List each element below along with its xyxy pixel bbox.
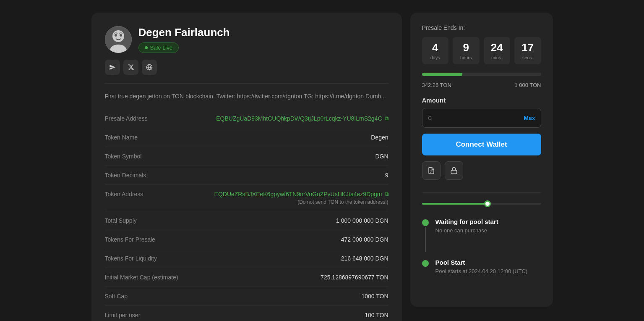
avatar-image — [105, 26, 132, 53]
tokens-liquidity-value: 216 648 000 DGN — [341, 255, 388, 262]
presale-ends-label: Presale Ends In: — [422, 24, 541, 31]
token-name-label: Token Name — [105, 134, 138, 141]
presale-address-value: EQBUZgUaD93MhtCUQhkpDWQ3tjJLp0rLcqkz-YU8… — [216, 115, 388, 122]
header-divider — [105, 83, 388, 84]
connect-wallet-button[interactable]: Connect Wallet — [422, 134, 541, 155]
timeline-progress-fill — [422, 203, 488, 205]
token-name-value: Degen — [371, 134, 388, 141]
countdown-secs: 17 secs. — [514, 37, 541, 64]
limit-per-user-row: Limit per user 100 TON — [105, 306, 388, 321]
soft-cap-row: Soft Cap 1000 TON — [105, 287, 388, 306]
timeline-item-1: Waiting for pool start No one can purcha… — [422, 215, 541, 255]
initial-market-cap-value: 725.1286897690677 TON — [321, 274, 388, 281]
progress-filled: 342.26 TON — [422, 82, 451, 88]
website-btn[interactable] — [142, 60, 157, 75]
countdown-mins-num: 24 — [490, 41, 505, 54]
timeline-item-2: Pool Start Pool starts at 2024.04.20 12:… — [422, 255, 541, 287]
timeline-line-1 — [425, 227, 426, 252]
copy-token-address-icon[interactable]: ⧉ — [385, 191, 388, 197]
timeline-dot-2 — [422, 260, 429, 267]
timeline-dot-col-2 — [422, 259, 429, 267]
copy-presale-address-icon[interactable]: ⧉ — [385, 115, 388, 122]
initial-market-cap-label: Initial Market Cap (estimate) — [105, 274, 178, 281]
token-decimals-value: 9 — [385, 172, 388, 179]
side-panel: Presale Ends In: 4 days 9 hours 24 mins.… — [410, 13, 553, 307]
timeline-content-1: Waiting for pool start No one can purcha… — [435, 218, 541, 243]
tokens-presale-row: Tokens For Presale 472 000 000 DGN — [105, 230, 388, 249]
sale-badge: Sale Live — [138, 42, 179, 53]
project-avatar — [105, 26, 132, 53]
presale-address-row: Presale Address EQBUZgUaD93MhtCUQhkpDWQ3… — [105, 109, 388, 128]
token-symbol-row: Token Symbol DGN — [105, 147, 388, 166]
countdown-mins: 24 mins. — [484, 37, 511, 64]
timeline-desc-1: No one can purchase — [435, 227, 541, 234]
timeline-desc-2: Pool starts at 2024.04.20 12:00 (UTC) — [435, 268, 541, 275]
action-icons-row — [422, 161, 541, 180]
countdown-hours-unit: hours — [459, 55, 474, 60]
timeline-dot-1 — [422, 219, 429, 226]
countdown-hours: 9 hours — [453, 37, 480, 64]
timeline-title-1: Waiting for pool start — [435, 218, 541, 225]
countdown-row: 4 days 9 hours 24 mins. 17 secs. — [422, 37, 541, 64]
progress-bar-fill — [422, 73, 463, 76]
progress-total: 1 000 TON — [514, 82, 541, 88]
progress-container — [422, 73, 541, 76]
svg-rect-8 — [451, 170, 457, 174]
token-symbol-label: Token Symbol — [105, 153, 142, 160]
sale-badge-text: Sale Live — [150, 45, 172, 51]
tokens-presale-label: Tokens For Presale — [105, 236, 156, 243]
timeline-content-2: Pool Start Pool starts at 2024.04.20 12:… — [435, 259, 541, 284]
soft-cap-value: 1000 TON — [361, 293, 388, 300]
timeline-progress-container — [422, 203, 541, 205]
svg-point-3 — [115, 34, 117, 37]
timeline-items: Waiting for pool start No one can purcha… — [422, 215, 541, 287]
sale-dot — [145, 46, 148, 49]
progress-bar-bg — [422, 73, 541, 76]
initial-market-cap-row: Initial Market Cap (estimate) 725.128689… — [105, 268, 388, 287]
tokens-presale-value: 472 000 000 DGN — [341, 236, 388, 243]
project-title: Degen Fairlaunch — [138, 26, 388, 39]
token-symbol-value: DGN — [375, 153, 388, 160]
presale-address-label: Presale Address — [105, 115, 148, 122]
project-header: Degen Fairlaunch Sale Live — [105, 26, 388, 53]
limit-per-user-label: Limit per user — [105, 312, 141, 318]
timeline-dot-col-1 — [422, 218, 429, 252]
countdown-days-num: 4 — [428, 41, 443, 54]
project-description: First true degen jetton on TON blockchai… — [105, 92, 388, 101]
main-card: Degen Fairlaunch Sale Live First true d — [91, 13, 402, 321]
receipt-icon-btn[interactable] — [422, 161, 441, 180]
token-decimals-label: Token Decimals — [105, 172, 146, 179]
amount-input-wrapper: Max — [422, 108, 541, 128]
amount-label: Amount — [422, 97, 541, 104]
timeline-progress-bg — [422, 203, 541, 205]
countdown-days: 4 days — [422, 37, 449, 64]
total-supply-label: Total Supply — [105, 217, 137, 224]
countdown-hours-num: 9 — [459, 41, 474, 54]
telegram-btn[interactable] — [105, 60, 120, 75]
total-supply-value: 1 000 000 000 DGN — [336, 217, 388, 224]
countdown-days-unit: days — [428, 55, 443, 60]
tokens-liquidity-label: Tokens For Liquidity — [105, 255, 157, 262]
timeline-progress-dot — [484, 200, 491, 207]
token-decimals-row: Token Decimals 9 — [105, 166, 388, 185]
token-address-row: Token Address EQDUeZRsBJXEeK6gpywf6TN9nr… — [105, 185, 388, 211]
token-address-label: Token Address — [105, 191, 143, 197]
token-name-row: Token Name Degen — [105, 128, 388, 147]
svg-point-4 — [120, 34, 122, 37]
tokens-liquidity-row: Tokens For Liquidity 216 648 000 DGN — [105, 249, 388, 268]
lock-icon-btn[interactable] — [445, 161, 463, 180]
project-title-block: Degen Fairlaunch Sale Live — [138, 26, 388, 53]
max-button[interactable]: Max — [524, 115, 535, 121]
total-supply-row: Total Supply 1 000 000 000 DGN — [105, 211, 388, 230]
timeline-title-2: Pool Start — [435, 259, 541, 266]
limit-per-user-value: 100 TON — [365, 312, 388, 318]
timeline-divider — [422, 192, 541, 193]
countdown-secs-unit: secs. — [520, 55, 535, 60]
countdown-mins-unit: mins. — [490, 55, 505, 60]
soft-cap-label: Soft Cap — [105, 293, 128, 300]
twitter-btn[interactable] — [123, 60, 138, 75]
token-address-value: EQDUeZRsBJXEeK6gpywf6TN9nrVoGuZPvUsHKJta… — [214, 191, 388, 205]
social-links — [105, 60, 388, 75]
svg-point-1 — [112, 30, 124, 42]
amount-input[interactable] — [422, 108, 541, 128]
